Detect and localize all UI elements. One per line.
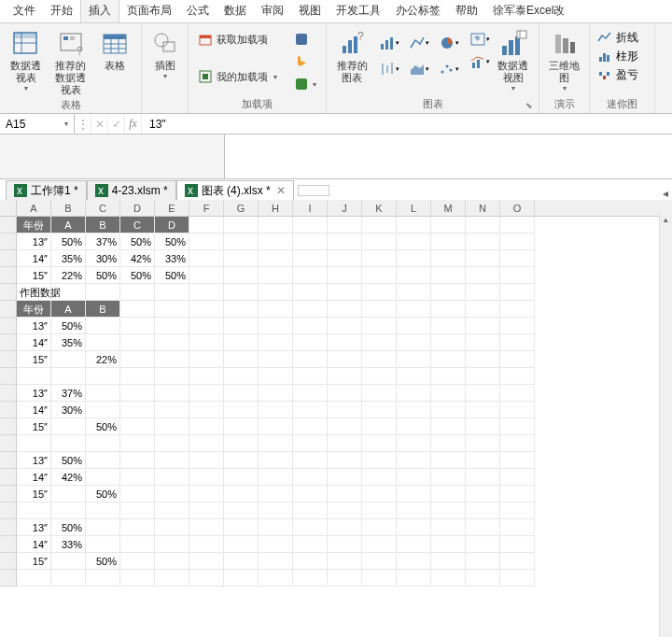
cell[interactable] (466, 452, 500, 469)
cell[interactable] (86, 570, 120, 587)
cell[interactable] (397, 570, 431, 587)
cell[interactable] (259, 402, 293, 418)
cell[interactable] (431, 351, 466, 368)
cell[interactable] (293, 301, 328, 318)
cell[interactable] (500, 217, 535, 234)
cell[interactable] (189, 536, 224, 553)
tab-home[interactable]: 开始 (43, 0, 80, 22)
cell[interactable] (224, 351, 259, 368)
table-button[interactable]: 表格 (94, 25, 135, 72)
cell[interactable] (120, 452, 155, 469)
cell[interactable] (293, 418, 328, 435)
col-header-N[interactable]: N (466, 200, 500, 216)
cell[interactable]: 14″ (17, 536, 51, 553)
formula-bar[interactable]: 13" (142, 114, 672, 134)
cell[interactable] (293, 486, 328, 503)
cell[interactable]: 50% (51, 318, 86, 334)
cell[interactable] (397, 284, 431, 301)
cell[interactable] (189, 250, 224, 267)
cell[interactable] (189, 368, 224, 385)
sparkline-winloss-button[interactable]: 盈亏 (595, 65, 640, 84)
cell[interactable] (397, 435, 431, 452)
cell[interactable]: 30% (86, 250, 120, 267)
cell[interactable] (328, 318, 362, 334)
cell[interactable] (155, 368, 189, 385)
cell[interactable] (86, 452, 120, 469)
cell[interactable] (155, 301, 189, 318)
cell[interactable] (466, 469, 500, 486)
cell[interactable] (466, 284, 500, 301)
cell[interactable] (86, 368, 120, 385)
cell[interactable] (51, 486, 86, 503)
cell[interactable] (500, 318, 535, 334)
cell[interactable] (466, 267, 500, 284)
cell[interactable] (189, 334, 224, 351)
cell[interactable] (431, 570, 466, 587)
tab-author[interactable]: 徐军泰Excel改 (485, 0, 572, 22)
cell[interactable] (431, 284, 466, 301)
cell[interactable]: 22% (51, 267, 86, 284)
cell[interactable] (397, 385, 431, 402)
row-header[interactable] (0, 217, 16, 234)
cell[interactable] (397, 469, 431, 486)
cell[interactable] (431, 217, 466, 234)
cell[interactable]: 22% (86, 351, 120, 368)
cell[interactable] (500, 351, 535, 368)
cell[interactable] (224, 267, 259, 284)
cell[interactable] (120, 536, 155, 553)
cell[interactable] (500, 435, 535, 452)
cell[interactable] (189, 469, 224, 486)
cell[interactable]: 50% (155, 234, 189, 250)
cell[interactable] (86, 318, 120, 334)
name-box[interactable]: A15▾ (0, 114, 75, 134)
cell[interactable]: 50% (120, 234, 155, 250)
cell[interactable]: 15″ (17, 486, 51, 503)
cell[interactable] (293, 368, 328, 385)
cell[interactable] (155, 318, 189, 334)
cell[interactable] (293, 267, 328, 284)
tab-office[interactable]: 办公标签 (388, 0, 448, 22)
cell[interactable] (466, 402, 500, 418)
cell[interactable] (362, 503, 397, 519)
chart-map-button[interactable]: ▾ (469, 31, 490, 48)
cell[interactable]: C (120, 217, 155, 234)
col-header-C[interactable]: C (86, 200, 120, 216)
cell[interactable] (328, 351, 362, 368)
cell[interactable]: D (155, 217, 189, 234)
cell[interactable] (397, 368, 431, 385)
cell[interactable] (51, 435, 86, 452)
row-header[interactable] (0, 301, 16, 318)
cell[interactable] (189, 503, 224, 519)
cell[interactable] (155, 553, 189, 570)
cell[interactable]: 50% (86, 553, 120, 570)
cell[interactable] (328, 217, 362, 234)
cell[interactable] (466, 234, 500, 250)
row-header[interactable] (0, 553, 16, 570)
cell[interactable]: 37% (86, 234, 120, 250)
cell[interactable] (224, 570, 259, 587)
cell[interactable] (120, 486, 155, 503)
cell[interactable] (466, 570, 500, 587)
cell[interactable] (500, 486, 535, 503)
cell[interactable] (51, 570, 86, 587)
cell[interactable]: 50% (51, 519, 86, 536)
fx-confirm-button[interactable]: ✓ (108, 114, 125, 134)
tab-help[interactable]: 帮助 (448, 0, 485, 22)
cell[interactable] (259, 351, 293, 368)
people-button[interactable]: ▾ (290, 74, 320, 94)
cell[interactable]: 13″ (17, 385, 51, 402)
cell[interactable] (500, 469, 535, 486)
tab-data[interactable]: 数据 (217, 0, 254, 22)
chart-line-button[interactable]: ▾ (406, 31, 432, 55)
chart-scatter-button[interactable]: ▾ (436, 57, 462, 81)
cell[interactable] (362, 351, 397, 368)
cell[interactable] (466, 334, 500, 351)
rec-pivot-button[interactable]: ? 推荐的 数据透视表 (50, 25, 91, 96)
cell[interactable] (189, 402, 224, 418)
cell[interactable] (293, 536, 328, 553)
cell[interactable] (328, 234, 362, 250)
scroll-up-button[interactable]: ▴ (660, 213, 672, 226)
cell[interactable] (86, 435, 120, 452)
cell[interactable] (466, 503, 500, 519)
cell[interactable] (224, 250, 259, 267)
